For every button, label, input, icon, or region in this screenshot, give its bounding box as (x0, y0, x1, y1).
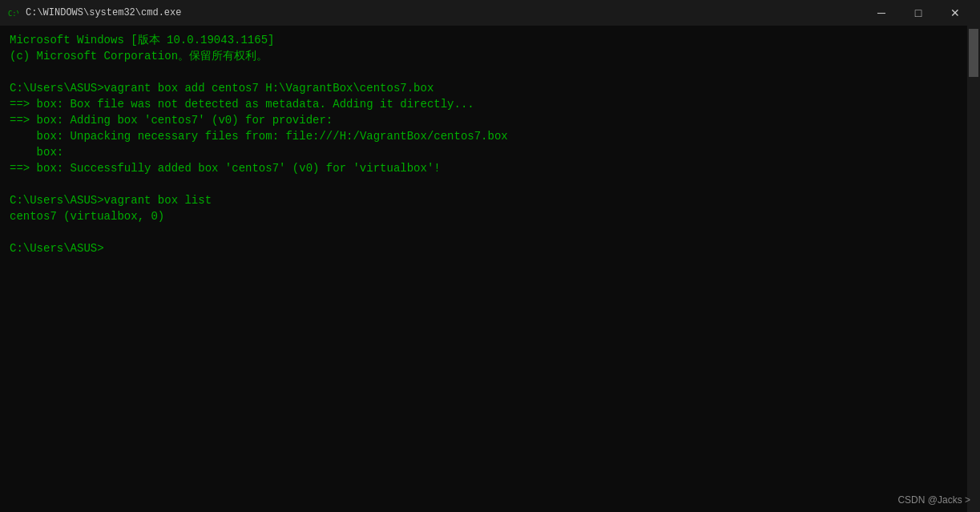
cmd-icon: C:\ (6, 6, 19, 19)
terminal-output[interactable]: Microsoft Windows [版本 10.0.19043.1165] (… (0, 26, 967, 512)
scrollbar-thumb[interactable] (969, 29, 978, 77)
content-area: Microsoft Windows [版本 10.0.19043.1165] (… (0, 26, 980, 512)
title-bar: C:\ C:\WINDOWS\system32\cmd.exe ─ □ ✕ (0, 0, 980, 26)
cmd-window: C:\ C:\WINDOWS\system32\cmd.exe ─ □ ✕ Mi… (0, 0, 980, 512)
window-controls: ─ □ ✕ (863, 0, 974, 26)
scrollbar[interactable] (967, 26, 980, 512)
terminal-text: Microsoft Windows [版本 10.0.19043.1165] (… (10, 32, 958, 256)
svg-text:C:\: C:\ (8, 10, 18, 18)
close-button[interactable]: ✕ (937, 0, 974, 26)
window-title: C:\WINDOWS\system32\cmd.exe (26, 7, 863, 18)
maximize-button[interactable]: □ (900, 0, 937, 26)
minimize-button[interactable]: ─ (863, 0, 900, 26)
watermark: CSDN @Jacks > (897, 494, 970, 506)
